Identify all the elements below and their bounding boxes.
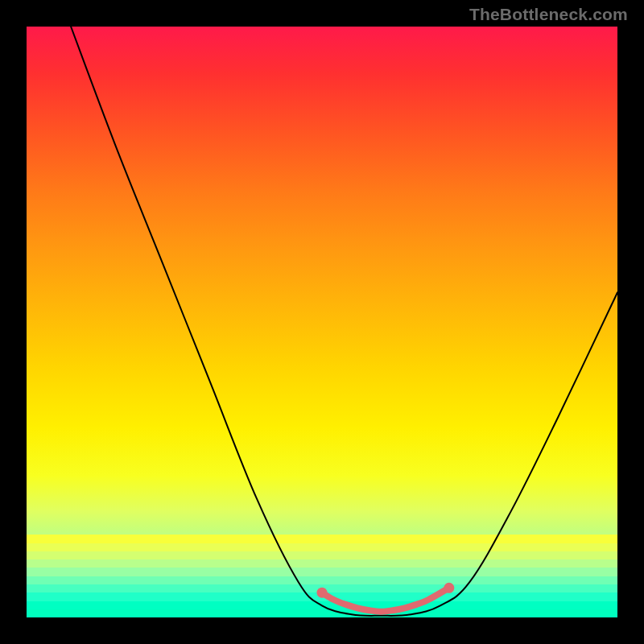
bottleneck-curve-svg (27, 27, 617, 617)
chart-container: TheBottleneck.com (0, 0, 644, 644)
watermark-label: TheBottleneck.com (469, 5, 628, 24)
highlight-endpoint-dot (317, 588, 328, 598)
highlight-endpoint-dot (444, 583, 454, 593)
bottleneck-curve-line (71, 27, 617, 616)
plot-area (27, 27, 617, 617)
highlight-segment (322, 588, 449, 611)
